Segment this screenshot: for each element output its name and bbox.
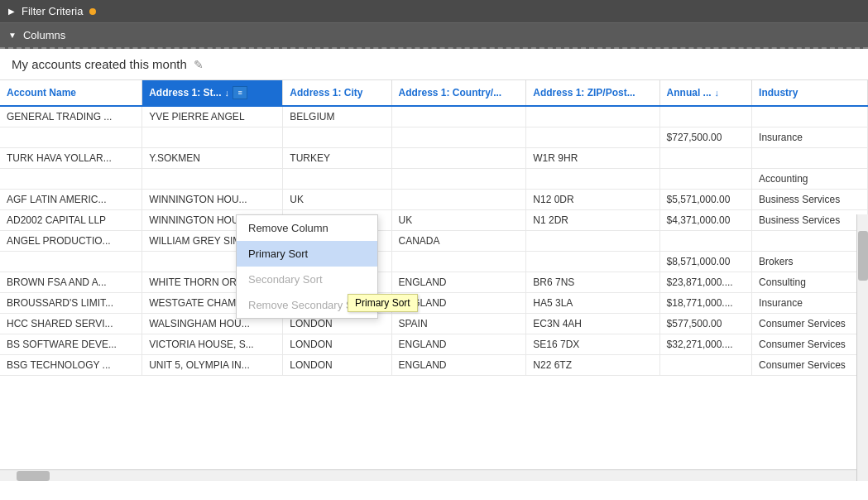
cell-address1_city	[283, 169, 391, 190]
cell-address1_zip: BR6 7NS	[526, 272, 659, 293]
cell-account_name: AGF LATIN AMERIC...	[0, 190, 142, 210]
cell-address1_city: BELGIUM	[283, 106, 391, 127]
cell-address1_country: CANADA	[391, 231, 526, 252]
cell-address1_country	[391, 148, 526, 169]
cell-annual_revenue: $32,271,000....	[659, 334, 752, 355]
cell-annual_revenue: $727,500.00	[659, 127, 752, 148]
menu-item-remove_column[interactable]: Remove Column	[237, 215, 377, 241]
menu-item-primary_sort[interactable]: Primary Sort	[237, 241, 377, 267]
col-label-address1_country: Address 1: Country/...	[399, 87, 502, 99]
col-label-account_name: Account Name	[7, 87, 76, 99]
cell-account_name: GENERAL TRADING ...	[0, 106, 142, 127]
title-row: My accounts created this month ✎	[0, 49, 868, 80]
cell-address1_street	[142, 169, 283, 190]
cell-industry: Business Services	[752, 190, 868, 210]
cell-industry: Consumer Services	[752, 334, 868, 355]
columns-label: Columns	[23, 29, 65, 41]
cell-annual_revenue	[659, 169, 752, 190]
horizontal-scrollbar-thumb[interactable]	[17, 471, 50, 481]
cell-address1_zip: HA5 3LA	[526, 293, 659, 314]
table-row[interactable]: HCC SHARED SERVI...WALSINGHAM HOU...LOND…	[0, 314, 868, 334]
table-row[interactable]: BS SOFTWARE DEVE...VICTORIA HOUSE, S...L…	[0, 334, 868, 355]
cell-address1_country: ENGLAND	[391, 334, 526, 355]
filter-criteria-bar[interactable]: ▶ Filter Criteria	[0, 0, 868, 23]
col-label-address1_city: Address 1: City	[290, 87, 362, 99]
cell-address1_street: YVE PIERRE ANGEL	[142, 106, 283, 127]
primary-sort-tooltip: Primary Sort	[348, 294, 418, 312]
cell-industry: Consumer Services	[752, 355, 868, 376]
cell-account_name: BROUSSARD'S LIMIT...	[0, 293, 142, 314]
column-header-address1_country[interactable]: Address 1: Country/...	[391, 80, 526, 106]
cell-account_name	[0, 127, 142, 148]
cell-address1_street: Y.SOKMEN	[142, 148, 283, 169]
table-row[interactable]: BROUSSARD'S LIMIT...WESTGATE CHAMBE...PI…	[0, 293, 868, 314]
cell-address1_zip	[526, 127, 659, 148]
cell-annual_revenue	[659, 231, 752, 252]
table-row[interactable]: AD2002 CAPITAL LLPWINNINGTON HOU...LONDO…	[0, 210, 868, 231]
table-row[interactable]: $727,500.00Insurance	[0, 127, 868, 148]
cell-address1_zip: N12 0DR	[526, 190, 659, 210]
col-label-address1_zip: Address 1: ZIP/Post...	[533, 87, 635, 99]
cell-address1_country	[391, 252, 526, 272]
col-label-address1_street: Address 1: St...	[149, 87, 221, 99]
cell-industry: Accounting	[752, 169, 868, 190]
column-header-address1_street[interactable]: Address 1: St...↓≡	[142, 80, 283, 106]
column-header-industry[interactable]: Industry	[752, 80, 868, 106]
column-header-annual_revenue[interactable]: Annual ...↓	[659, 80, 752, 106]
cell-industry	[752, 106, 868, 127]
columns-triangle-icon: ▼	[8, 31, 17, 40]
cell-address1_country	[391, 106, 526, 127]
cell-address1_street: UNIT 5, OLYMPIA IN...	[142, 355, 283, 376]
table-row[interactable]: GENERAL TRADING ...YVE PIERRE ANGELBELGI…	[0, 106, 868, 127]
cell-account_name: BSG TECHNOLOGY ...	[0, 355, 142, 376]
edit-title-icon[interactable]: ✎	[194, 58, 204, 71]
cell-address1_country: UK	[391, 210, 526, 231]
cell-address1_country: SPAIN	[391, 314, 526, 334]
table-row[interactable]: TURK HAVA YOLLAR...Y.SOKMENTURKEYW1R 9HR	[0, 148, 868, 169]
cell-address1_street	[142, 127, 283, 148]
table-row[interactable]: $8,571,000.00Brokers	[0, 252, 868, 272]
cell-annual_revenue: $23,871,000....	[659, 272, 752, 293]
page-title: My accounts created this month	[12, 57, 187, 71]
table-row[interactable]: ANGEL PRODUCTIO...WILLIAM GREY SIMP...26…	[0, 231, 868, 252]
table-row[interactable]: BROWN FSA AND A...WHITE THORN ORC...ORPI…	[0, 272, 868, 293]
column-header-account_name[interactable]: Account Name	[0, 80, 142, 106]
cell-address1_zip: N22 6TZ	[526, 355, 659, 376]
cell-address1_zip: SE16 7DX	[526, 334, 659, 355]
cell-address1_city: TURKEY	[283, 148, 391, 169]
table-row[interactable]: BSG TECHNOLOGY ...UNIT 5, OLYMPIA IN...L…	[0, 355, 868, 376]
cell-account_name: BS SOFTWARE DEVE...	[0, 334, 142, 355]
cell-industry: Consulting	[752, 272, 868, 293]
cell-account_name: AD2002 CAPITAL LLP	[0, 210, 142, 231]
cell-industry: Insurance	[752, 293, 868, 314]
cell-annual_revenue: $18,771,000....	[659, 293, 752, 314]
table-container: Account NameAddress 1: St...↓≡Address 1:…	[0, 80, 868, 481]
cell-address1_country	[391, 127, 526, 148]
cell-annual_revenue: $5,571,000.00	[659, 190, 752, 210]
cell-address1_zip	[526, 106, 659, 127]
cell-address1_country: ENGLAND	[391, 272, 526, 293]
cell-industry: Business Services	[752, 210, 868, 231]
cell-account_name: ANGEL PRODUCTIO...	[0, 231, 142, 252]
cell-address1_zip: EC3N 4AH	[526, 314, 659, 334]
cell-industry	[752, 231, 868, 252]
cell-annual_revenue: $4,371,000.00	[659, 210, 752, 231]
cell-industry	[752, 148, 868, 169]
cell-address1_city: UK	[283, 190, 391, 210]
cell-industry: Insurance	[752, 127, 868, 148]
horizontal-scrollbar[interactable]	[0, 469, 856, 481]
table-row[interactable]: AGF LATIN AMERIC...WINNINGTON HOU...UKN1…	[0, 190, 868, 210]
column-header-address1_city[interactable]: Address 1: City	[283, 80, 391, 106]
column-header-address1_zip[interactable]: Address 1: ZIP/Post...	[526, 80, 659, 106]
col-menu-button[interactable]: ≡	[233, 86, 247, 99]
cell-account_name: TURK HAVA YOLLAR...	[0, 148, 142, 169]
vertical-scrollbar[interactable]	[856, 214, 868, 481]
vertical-scrollbar-thumb[interactable]	[858, 231, 868, 281]
col-label-annual_revenue: Annual ...	[667, 87, 712, 99]
cell-address1_street: WINNINGTON HOU...	[142, 190, 283, 210]
columns-bar[interactable]: ▼ Columns	[0, 23, 868, 49]
cell-annual_revenue	[659, 355, 752, 376]
cell-address1_city	[283, 127, 391, 148]
cell-address1_country	[391, 190, 526, 210]
table-row[interactable]: Accounting	[0, 169, 868, 190]
